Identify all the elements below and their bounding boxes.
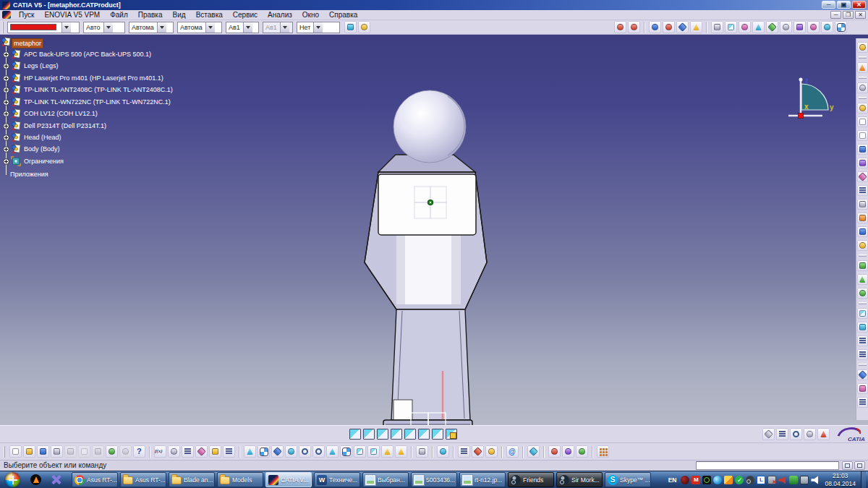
security-red-icon[interactable] bbox=[681, 476, 689, 484]
wizard-icon[interactable] bbox=[358, 21, 370, 33]
expand-icon[interactable] bbox=[3, 158, 9, 165]
taskbar-button-chrome[interactable]: Asus RT-... bbox=[72, 472, 118, 487]
multi-view-icon[interactable] bbox=[340, 445, 352, 458]
layer-combo[interactable]: Нет bbox=[297, 22, 340, 33]
manikin-icon[interactable] bbox=[817, 428, 830, 440]
camera-icon[interactable] bbox=[416, 445, 428, 458]
antivirus-check-icon[interactable] bbox=[735, 476, 744, 484]
chevron-down-icon[interactable] bbox=[103, 22, 113, 33]
list-b-icon[interactable] bbox=[857, 349, 868, 360]
color-combo[interactable] bbox=[7, 22, 80, 33]
model-inner-box[interactable] bbox=[393, 400, 412, 420]
aimp-tray-icon[interactable] bbox=[724, 476, 733, 484]
new-part-icon[interactable] bbox=[857, 158, 868, 168]
expand-icon[interactable] bbox=[3, 87, 9, 93]
text-template-icon[interactable] bbox=[857, 199, 868, 210]
select-cursor-icon[interactable] bbox=[857, 62, 868, 73]
chevron-down-icon[interactable] bbox=[313, 22, 323, 33]
status-macro-button[interactable] bbox=[854, 461, 865, 470]
link-icon[interactable] bbox=[807, 21, 820, 33]
tree-item-label[interactable]: TP-LINK TL-WN722NC (TP-LINK TL-WN722NC.1… bbox=[22, 98, 172, 106]
aimp-icon[interactable] bbox=[30, 474, 41, 485]
taskbar-button-steam[interactable]: Sir Mork... bbox=[556, 472, 603, 487]
tree-root-label[interactable]: metaphor bbox=[12, 38, 43, 48]
prism-icon[interactable] bbox=[527, 445, 540, 458]
undo-icon[interactable] bbox=[106, 445, 118, 458]
part-green-b-icon[interactable] bbox=[857, 274, 868, 285]
setsquare-icon[interactable] bbox=[752, 21, 765, 33]
taskbar-button-steam-friends[interactable]: Friends bbox=[508, 472, 554, 487]
iso-view-icon[interactable] bbox=[354, 445, 366, 458]
binoculars-icon[interactable] bbox=[614, 21, 626, 33]
search-remove-icon[interactable] bbox=[663, 21, 675, 33]
formula-icon[interactable] bbox=[154, 445, 166, 458]
lineweight-combo[interactable]: Автома bbox=[177, 22, 222, 33]
inertia-icon[interactable] bbox=[485, 445, 498, 458]
tree-item-label[interactable]: Dell P2314T (Dell P2314T.1) bbox=[22, 121, 108, 130]
network-globe-icon[interactable] bbox=[713, 476, 722, 484]
graph-tree-icon[interactable] bbox=[857, 226, 868, 237]
rotate-icon[interactable] bbox=[285, 445, 297, 458]
structure-layers-icon[interactable] bbox=[857, 213, 868, 223]
taskbar-button-catia[interactable]: CATIA V... bbox=[265, 472, 312, 487]
axis-compass[interactable]: z y x bbox=[785, 73, 835, 124]
menu-file[interactable]: Файл bbox=[105, 10, 133, 20]
model-screen-panel[interactable] bbox=[378, 174, 476, 235]
linetype-combo[interactable]: Автома bbox=[129, 22, 174, 33]
tree-item-label[interactable]: COH LV12 (COH LV12.1) bbox=[22, 109, 99, 118]
swap-visible-icon[interactable] bbox=[395, 445, 407, 458]
taskbar-button-folder[interactable]: Models bbox=[217, 472, 263, 487]
brush-cursor-icon[interactable] bbox=[857, 82, 868, 93]
palette-grid-icon[interactable] bbox=[835, 21, 847, 33]
viewport-3d[interactable]: metaphor APC Back-UPS 500 (APC Back-UPS … bbox=[0, 35, 868, 425]
volume-red-icon[interactable] bbox=[778, 476, 787, 484]
turntable-icon[interactable] bbox=[437, 445, 449, 458]
help-pointer-icon[interactable] bbox=[133, 445, 145, 458]
front-view-icon[interactable] bbox=[363, 429, 375, 440]
view-search-icon[interactable] bbox=[739, 21, 751, 33]
start-button[interactable] bbox=[5, 472, 20, 487]
select-node-icon[interactable] bbox=[676, 21, 689, 33]
opacity-combo[interactable]: Авто bbox=[83, 22, 125, 33]
command-input[interactable] bbox=[696, 461, 839, 470]
menu-analyze[interactable]: Анализ bbox=[263, 10, 297, 20]
top-view-icon[interactable] bbox=[418, 429, 430, 440]
status-doc-button[interactable] bbox=[842, 461, 853, 470]
binoculars-group-icon[interactable] bbox=[628, 21, 640, 33]
maximize-button[interactable]: ▣ bbox=[837, 1, 851, 9]
chevron-down-icon[interactable] bbox=[243, 22, 252, 33]
minimize-button[interactable]: ─ bbox=[822, 1, 835, 9]
catalog-a-icon[interactable] bbox=[548, 445, 561, 458]
expand-icon[interactable] bbox=[3, 123, 9, 129]
menu-insert[interactable]: Вставка bbox=[191, 10, 228, 20]
assembly-b-icon[interactable] bbox=[857, 383, 868, 394]
menu-help[interactable]: Справка bbox=[324, 10, 362, 20]
material-icon[interactable] bbox=[804, 428, 816, 440]
print-icon[interactable] bbox=[51, 445, 63, 458]
knowledge-inspector-icon[interactable] bbox=[506, 445, 519, 458]
grid-icon[interactable] bbox=[597, 445, 609, 458]
fit-all-icon[interactable] bbox=[258, 445, 270, 458]
mdi-minimize-button[interactable]: ─ bbox=[830, 11, 841, 19]
flexible-link-icon[interactable] bbox=[857, 171, 868, 182]
box-a-icon[interactable] bbox=[857, 308, 868, 319]
update-icon[interactable] bbox=[821, 21, 833, 33]
pen-icon[interactable] bbox=[711, 21, 723, 33]
model-robot[interactable] bbox=[358, 74, 510, 454]
new-file-icon[interactable] bbox=[9, 445, 22, 458]
taskbar-button-photo[interactable]: 5003436... bbox=[411, 472, 457, 487]
menu-start[interactable]: Пуск bbox=[14, 10, 39, 20]
box-3d-icon[interactable] bbox=[725, 21, 737, 33]
image-frame-icon[interactable] bbox=[793, 21, 806, 33]
taskbar-button-photo[interactable]: rt-n12.jp... bbox=[459, 472, 506, 487]
mdi-close-button[interactable]: ✕ bbox=[855, 11, 866, 19]
expand-icon[interactable] bbox=[3, 63, 9, 69]
menu-view[interactable]: Вид bbox=[168, 10, 191, 20]
l-blue-icon[interactable] bbox=[757, 476, 765, 484]
save-icon[interactable] bbox=[37, 445, 49, 458]
named-views-icon[interactable] bbox=[446, 429, 457, 440]
sequence-list-icon[interactable] bbox=[857, 185, 868, 196]
language-indicator[interactable]: EN bbox=[668, 476, 677, 484]
assembly-a-icon[interactable] bbox=[857, 369, 868, 380]
left-view-icon[interactable] bbox=[391, 429, 402, 440]
